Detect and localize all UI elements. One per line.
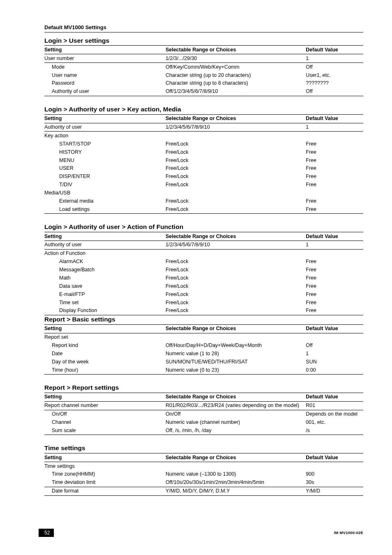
setting-range: Off/Key/Comm/Web/Key+Comm bbox=[166, 63, 306, 71]
manual-id: IM MV1000-02E bbox=[334, 529, 363, 536]
setting-name: MENU bbox=[44, 157, 74, 164]
setting-name: Report kind bbox=[44, 342, 78, 349]
table-row: DISP/ENTERFree/LockFree bbox=[44, 173, 363, 181]
setting-default bbox=[306, 189, 363, 197]
setting-range: Numeric value (channel number) bbox=[166, 419, 306, 427]
col-default: Default Value bbox=[306, 46, 363, 54]
table-row: Time setFree/LockFree bbox=[44, 298, 363, 307]
setting-name: Day of the week bbox=[44, 358, 89, 365]
table-row: AlarmACKFree/LockFree bbox=[44, 258, 363, 266]
col-setting: Setting bbox=[44, 46, 166, 54]
setting-name: Key action bbox=[44, 133, 68, 139]
setting-name: User number bbox=[44, 56, 74, 61]
setting-range: Numeric value (1 to 28) bbox=[166, 349, 306, 358]
setting-range: Free/Lock bbox=[166, 148, 306, 156]
setting-default: SUN bbox=[306, 358, 363, 366]
setting-name: DISP/ENTER bbox=[44, 173, 90, 180]
table-row: E-mail/FTPFree/LockFree bbox=[44, 290, 363, 298]
doc-section-title: Default MV1000 Settings bbox=[44, 24, 363, 32]
col-range: Selectable Range or Choices bbox=[166, 453, 306, 462]
setting-name: AlarmACK bbox=[44, 258, 83, 265]
setting-range: 1/2/3/.../29/30 bbox=[166, 54, 306, 63]
table-row: Authority of userOff/1/2/3/4/5/6/7/8/9/1… bbox=[44, 88, 363, 96]
settings-table: SettingSelectable Range or ChoicesDefaul… bbox=[44, 453, 363, 495]
setting-default: Free bbox=[306, 164, 363, 173]
col-setting: Setting bbox=[44, 393, 166, 401]
setting-name: E-mail/FTP bbox=[44, 291, 85, 298]
setting-name: On/Off bbox=[44, 411, 67, 418]
setting-range: Free/Lock bbox=[166, 282, 306, 290]
setting-range: Free/Lock bbox=[166, 181, 306, 189]
settings-section: Report > Basic settingsSettingSelectable… bbox=[44, 315, 363, 375]
setting-default: User1, etc. bbox=[306, 71, 363, 79]
col-default: Default Value bbox=[306, 324, 363, 333]
setting-default: Free bbox=[306, 307, 363, 315]
setting-default: Free bbox=[306, 181, 363, 189]
setting-default: 30s bbox=[306, 479, 363, 487]
table-row: Authority of user1/2/3/4/5/6/7/8/9/101 bbox=[44, 240, 363, 249]
setting-name: Date bbox=[44, 350, 62, 357]
setting-default: Free bbox=[306, 205, 363, 213]
col-range: Selectable Range or Choices bbox=[166, 46, 306, 54]
table-row: Time (hour)Numeric value (0 to 23)0:00 bbox=[44, 366, 363, 374]
setting-range: 1/2/3/4/5/6/7/8/9/10 bbox=[166, 240, 306, 249]
setting-default: 1 bbox=[306, 349, 363, 358]
setting-range: Free/Lock bbox=[166, 298, 306, 307]
table-row: User nameCharacter string (up to 20 char… bbox=[44, 71, 363, 79]
table-row: Time settings bbox=[44, 462, 363, 470]
table-row: Media/USB bbox=[44, 189, 363, 197]
setting-name: Channel bbox=[44, 419, 71, 426]
setting-name: Time settings bbox=[44, 463, 75, 469]
setting-range: SUN/MON/TUE/WED/THU/FRI/SAT bbox=[166, 358, 306, 366]
col-range: Selectable Range or Choices bbox=[166, 232, 306, 241]
setting-range: Free/Lock bbox=[166, 173, 306, 181]
setting-range: Free/Lock bbox=[166, 307, 306, 315]
setting-name: Time deviation limit bbox=[44, 479, 96, 486]
table-row: Report channel numberR01/R02/R03/.../R23… bbox=[44, 401, 363, 410]
section-title: Login > Authority of user > Action of Fu… bbox=[44, 223, 363, 231]
page-number-badge: 52 bbox=[39, 529, 54, 537]
section-title: Login > Authority of user > Key action, … bbox=[44, 105, 363, 114]
setting-range: Free/Lock bbox=[166, 197, 306, 205]
col-range: Selectable Range or Choices bbox=[166, 114, 306, 123]
setting-default bbox=[306, 462, 363, 470]
table-row: Display FunctionFree/LockFree bbox=[44, 307, 363, 315]
setting-range: Free/Lock bbox=[166, 290, 306, 298]
setting-range: Free/Lock bbox=[166, 205, 306, 213]
setting-name: Date format bbox=[44, 488, 78, 495]
section-title: Login > User settings bbox=[44, 37, 363, 45]
table-row: Report set bbox=[44, 333, 363, 341]
setting-range: Off/Hour/Day/H+D/Day+Week/Day+Month bbox=[166, 341, 306, 349]
setting-name: Sum scale bbox=[44, 427, 76, 434]
section-title: Time settings bbox=[44, 444, 363, 453]
settings-table: SettingSelectable Range or ChoicesDefaul… bbox=[44, 45, 363, 96]
table-row: Day of the weekSUN/MON/TUE/WED/THU/FRI/S… bbox=[44, 358, 363, 366]
setting-default: Free bbox=[306, 140, 363, 148]
setting-default: Y/M/D bbox=[306, 487, 363, 495]
setting-name: USER bbox=[44, 165, 74, 172]
table-row: PasswordCharacter string (up to 8 charac… bbox=[44, 79, 363, 88]
setting-range: Free/Lock bbox=[166, 258, 306, 266]
setting-default: /s bbox=[306, 426, 363, 435]
setting-range: Free/Lock bbox=[166, 274, 306, 282]
col-setting: Setting bbox=[44, 453, 166, 462]
setting-range: Free/Lock bbox=[166, 266, 306, 274]
setting-default: Free bbox=[306, 156, 363, 164]
setting-default: R01 bbox=[306, 401, 363, 410]
setting-name: Math bbox=[44, 275, 71, 282]
setting-name: Time (hour) bbox=[44, 367, 78, 374]
col-setting: Setting bbox=[44, 324, 166, 333]
setting-default: Free bbox=[306, 173, 363, 181]
setting-default: Off bbox=[306, 341, 363, 349]
table-row: USERFree/LockFree bbox=[44, 164, 363, 173]
setting-range bbox=[166, 132, 306, 140]
col-default: Default Value bbox=[306, 393, 363, 401]
setting-range: R01/R02/R03/.../R23/R24 (varies dependin… bbox=[166, 401, 306, 410]
setting-default: Free bbox=[306, 274, 363, 282]
setting-default: Free bbox=[306, 258, 363, 266]
setting-default: 1 bbox=[306, 240, 363, 249]
settings-section: Time settingsSettingSelectable Range or … bbox=[44, 444, 363, 495]
setting-name: HISTORY bbox=[44, 149, 82, 156]
settings-table: SettingSelectable Range or ChoicesDefaul… bbox=[44, 232, 363, 315]
table-row: Action of Function bbox=[44, 249, 363, 257]
